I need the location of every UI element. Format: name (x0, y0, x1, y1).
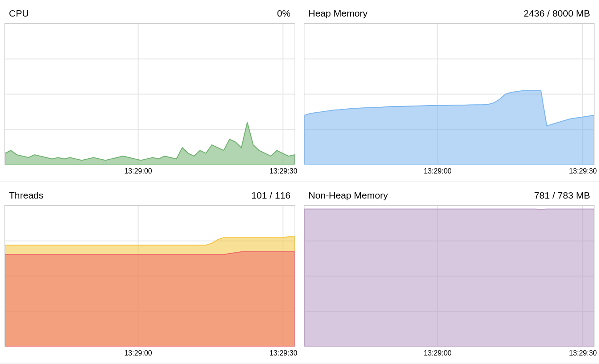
x-tick-label: 13:29:00 (124, 167, 152, 175)
panel-heap: Heap Memory 2436 / 8000 MB 13:29:00 13:2… (300, 0, 599, 182)
x-tick-label: 13:29:00 (124, 349, 152, 357)
x-tick-label: 13:29:30 (569, 167, 597, 175)
chart-nonheap[interactable] (304, 205, 595, 347)
panel-title: Heap Memory (308, 8, 368, 19)
panel-title: Non-Heap Memory (308, 190, 388, 201)
chart-cpu[interactable] (4, 23, 295, 165)
x-tick-label: 13:29:30 (270, 349, 297, 357)
panel-title: CPU (9, 8, 29, 19)
panel-cpu: CPU 0% 13:29:00 13:29:30 (0, 0, 300, 182)
x-axis: 13:29:00 13:29:30 (4, 165, 295, 182)
dashboard-grid: CPU 0% 13:29:00 13:29:30 Heap Memory 243… (0, 0, 599, 364)
x-tick-label: 13:29:00 (424, 167, 451, 175)
chart-heap[interactable] (304, 23, 595, 165)
panel-title: Threads (9, 190, 43, 201)
panel-value: 101 / 116 (251, 190, 291, 201)
chart-threads[interactable] (4, 205, 295, 347)
x-tick-label: 13:29:30 (569, 349, 597, 357)
x-tick-label: 13:29:30 (270, 167, 297, 175)
x-axis: 13:29:00 13:29:30 (304, 165, 595, 182)
panel-value: 2436 / 8000 MB (524, 8, 590, 19)
x-axis: 13:29:00 13:29:30 (4, 347, 295, 364)
panel-threads: Threads 101 / 116 13:29:00 13:29:30 (0, 182, 300, 364)
panel-nonheap: Non-Heap Memory 781 / 783 MB 13:29:00 13… (300, 182, 599, 364)
x-tick-label: 13:29:00 (424, 349, 451, 357)
panel-value: 781 / 783 MB (534, 190, 590, 201)
x-axis: 13:29:00 13:29:30 (304, 347, 595, 364)
panel-value: 0% (277, 8, 291, 19)
